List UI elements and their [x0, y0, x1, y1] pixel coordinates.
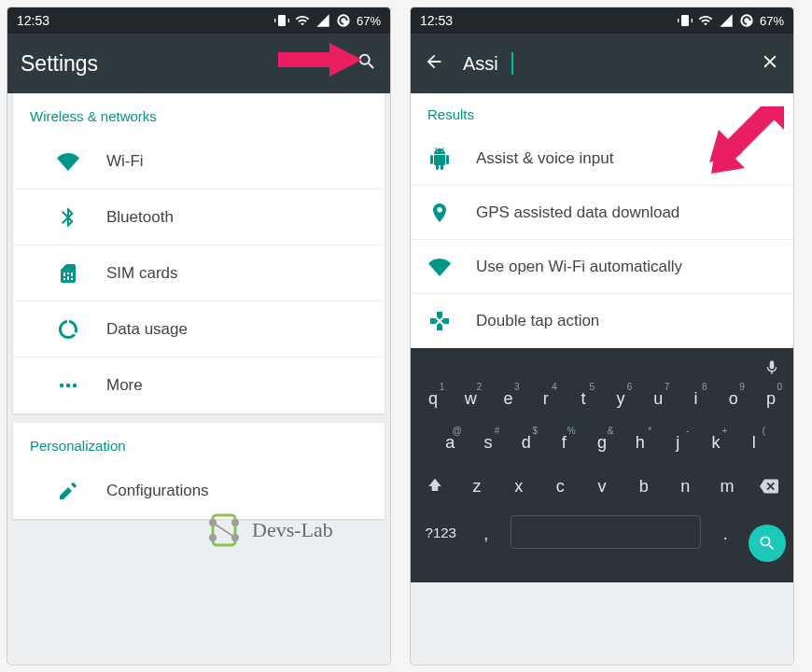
personalization-card: Personalization Configurations [13, 423, 385, 519]
wifi-icon [56, 149, 80, 174]
key-x[interactable]: x [497, 468, 539, 510]
battery-circle-icon [336, 13, 351, 28]
screenshot-settings: 12:53 67% Settings Wireless & networks W… [7, 7, 390, 665]
status-bar: 12:53 67% [7, 7, 390, 34]
svg-marker-0 [278, 43, 362, 77]
devslab-logo: Devs-Lab [203, 510, 333, 551]
status-icons: 67% [678, 13, 784, 28]
key-e[interactable]: e3 [489, 380, 526, 418]
row-data-label: Data usage [106, 320, 188, 339]
result-label: Double tap action [476, 312, 599, 330]
text-cursor [511, 52, 513, 75]
search-key[interactable] [749, 525, 786, 562]
period-key[interactable]: . [707, 515, 744, 571]
key-y[interactable]: y6 [602, 380, 639, 418]
spacebar-key[interactable] [511, 515, 701, 549]
key-d[interactable]: d$ [507, 424, 545, 462]
key-c[interactable]: c [539, 468, 581, 510]
wifi-icon [427, 255, 452, 279]
mic-icon[interactable] [763, 359, 780, 380]
status-icons: 67% [274, 13, 381, 28]
result-doubletap[interactable]: Double tap action [411, 294, 793, 348]
svg-line-9 [213, 523, 235, 538]
key-m[interactable]: m [707, 468, 749, 510]
result-gps[interactable]: GPS assisted data download [411, 186, 793, 240]
soft-keyboard[interactable]: q1w2e3r4t5y6u7i8o9p0 a@s#d$f%g&h*j-k+l( … [411, 348, 793, 582]
key-h[interactable]: h* [621, 424, 659, 462]
back-button[interactable] [424, 51, 444, 76]
svg-point-6 [231, 519, 239, 526]
key-p[interactable]: p0 [752, 380, 790, 418]
annotation-arrow [709, 106, 784, 181]
row-config-label: Configurations [106, 482, 209, 500]
android-icon [427, 147, 452, 171]
section-heading-wireless: Wireless & networks [13, 93, 385, 133]
location-icon [427, 201, 452, 225]
status-bar: 12:53 67% [411, 7, 793, 34]
svg-point-1 [60, 384, 63, 387]
backspace-key[interactable] [748, 468, 790, 510]
result-label: GPS assisted data download [476, 203, 679, 222]
signal-icon [315, 13, 330, 28]
vibrate-icon [274, 13, 289, 28]
key-q[interactable]: q1 [414, 380, 452, 418]
result-label: Assist & voice input [476, 149, 613, 168]
clock: 12:53 [420, 13, 453, 28]
battery-percent: 67% [357, 14, 381, 28]
key-t[interactable]: t5 [565, 380, 602, 418]
clear-button[interactable] [760, 51, 780, 76]
key-n[interactable]: n [665, 468, 707, 510]
key-u[interactable]: u7 [639, 380, 677, 418]
key-a[interactable]: a@ [431, 424, 469, 462]
row-wifi-label: Wi-Fi [106, 152, 144, 171]
row-more[interactable]: More [13, 357, 385, 413]
section-heading-personalization: Personalization [13, 423, 385, 463]
wireless-card: Wireless & networks Wi-Fi Bluetooth SIM … [13, 93, 385, 413]
result-wifi-auto[interactable]: Use open Wi-Fi automatically [411, 240, 793, 294]
key-r[interactable]: r4 [527, 380, 565, 418]
devslab-icon [203, 510, 245, 551]
key-row-3: zxcvbnm [414, 468, 790, 510]
vibrate-icon [678, 13, 693, 28]
key-b[interactable]: b [623, 468, 665, 510]
clock: 12:53 [17, 13, 49, 28]
battery-circle-icon [739, 13, 754, 28]
key-f[interactable]: f% [545, 424, 583, 462]
key-k[interactable]: k+ [697, 424, 735, 462]
row-data[interactable]: Data usage [13, 301, 385, 357]
key-o[interactable]: o9 [715, 380, 752, 418]
comma-key[interactable]: , [468, 515, 505, 571]
data-usage-icon [56, 317, 80, 342]
row-bluetooth[interactable]: Bluetooth [13, 189, 385, 245]
sim-icon [56, 261, 80, 286]
svg-point-7 [209, 534, 217, 541]
key-s[interactable]: s# [469, 424, 508, 462]
row-sim[interactable]: SIM cards [13, 245, 385, 301]
wifi-icon [295, 13, 310, 28]
annotation-arrow [278, 41, 362, 78]
gamepad-icon [427, 309, 452, 333]
symbols-key[interactable]: ?123 [414, 515, 468, 571]
key-z[interactable]: z [456, 468, 498, 510]
row-more-label: More [106, 376, 143, 395]
key-v[interactable]: v [581, 468, 623, 510]
key-w[interactable]: w2 [452, 380, 489, 418]
search-appbar: Assi [411, 34, 793, 93]
key-row-1: q1w2e3r4t5y6u7i8o9p0 [414, 380, 790, 418]
shift-key[interactable] [414, 468, 456, 510]
screenshot-search: 12:53 67% Assi Results Assist & voice in… [411, 7, 793, 665]
search-input[interactable]: Assi [463, 53, 498, 75]
key-j[interactable]: j- [659, 424, 697, 462]
svg-point-2 [66, 384, 70, 387]
key-l[interactable]: l( [735, 424, 773, 462]
key-row-2: a@s#d$f%g&h*j-k+l( [414, 424, 790, 462]
key-i[interactable]: i8 [677, 380, 714, 418]
wifi-icon [698, 13, 713, 28]
signal-icon [719, 13, 734, 28]
devslab-text: Devs-Lab [252, 518, 333, 542]
more-icon [56, 373, 80, 398]
settings-content: Wireless & networks Wi-Fi Bluetooth SIM … [7, 93, 390, 665]
key-g[interactable]: g& [583, 424, 622, 462]
svg-point-3 [73, 384, 77, 387]
row-wifi[interactable]: Wi-Fi [13, 133, 385, 189]
